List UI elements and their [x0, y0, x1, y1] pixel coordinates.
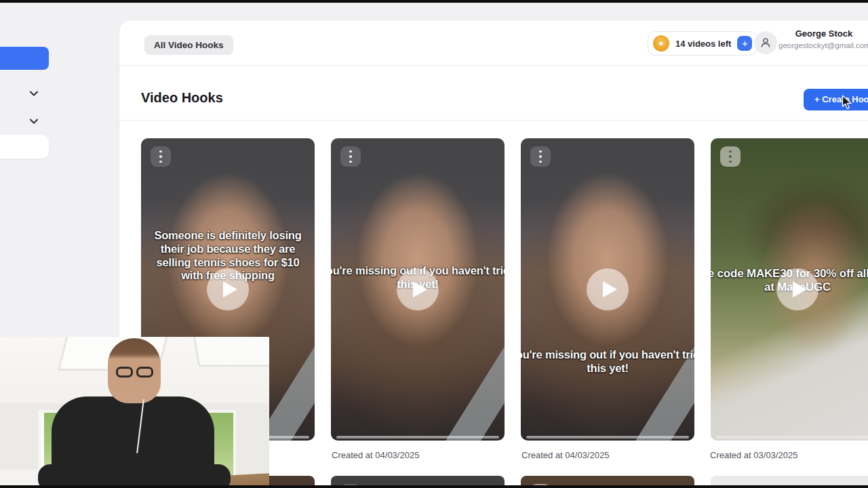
create-hook-button[interactable]: + Create Hook [804, 89, 868, 110]
kebab-menu-button[interactable] [530, 146, 551, 167]
sidebar-item-card[interactable] [0, 135, 49, 159]
kebab-menu-button[interactable] [151, 146, 171, 167]
play-icon [793, 281, 807, 298]
kebab-menu-icon [349, 150, 352, 153]
credits-pill: ★ 14 videos left + [648, 31, 757, 56]
letterbox-top-bar [0, 0, 868, 3]
user-info: George Stock georgestockyt@gmail.com [778, 27, 868, 51]
play-button[interactable] [776, 268, 818, 310]
video-card[interactable]: Use code MAKE30 for 30% off all plans at… [711, 138, 868, 441]
top-header: All Video Hooks ★ 14 videos left + Georg… [119, 20, 868, 66]
kebab-menu-icon [159, 150, 162, 153]
play-button[interactable] [207, 268, 249, 310]
created-at-label: Created at 04/03/2025 [332, 450, 419, 460]
chevron-down-icon[interactable] [29, 118, 39, 125]
created-at-label: Created at 03/03/2025 [710, 450, 797, 460]
play-icon [413, 281, 427, 298]
glasses-icon [113, 367, 156, 378]
created-at-label: Created at 04/03/2025 [521, 450, 609, 460]
video-card[interactable]: You're missing out if you haven't tried … [331, 138, 505, 441]
mouse-cursor [842, 95, 853, 113]
sidebar-primary-button[interactable] [0, 47, 49, 70]
user-name: George Stock [778, 27, 868, 41]
add-credits-button[interactable]: + [737, 36, 752, 51]
divider [119, 120, 868, 121]
play-icon [603, 281, 617, 298]
video-progress-bar [716, 436, 868, 439]
avatar[interactable] [754, 31, 777, 54]
letterbox-bottom-bar [0, 485, 868, 488]
video-card[interactable]: You're missing out if you haven't tried … [521, 138, 694, 441]
kebab-menu-icon [539, 150, 542, 153]
webcam-overlay [0, 337, 269, 488]
skylight [192, 337, 269, 367]
video-caption-overlay: You're missing out if you haven't tried … [521, 348, 694, 375]
kebab-menu-icon [729, 150, 732, 153]
play-button[interactable] [397, 268, 439, 310]
page-title: Video Hooks [141, 90, 223, 106]
video-progress-bar [526, 436, 689, 439]
credits-label: 14 videos left [675, 39, 731, 49]
play-button[interactable] [587, 268, 629, 310]
person-icon [760, 37, 772, 49]
video-progress-bar [336, 436, 499, 439]
coin-icon: ★ [653, 35, 669, 52]
chevron-down-icon[interactable] [29, 90, 39, 97]
webcam-person-arms [38, 464, 231, 488]
filter-chip-all-video-hooks[interactable]: All Video Hooks [144, 35, 233, 55]
kebab-menu-button[interactable] [340, 146, 361, 167]
user-email: georgestockyt@gmail.com [778, 41, 868, 51]
kebab-menu-button[interactable] [720, 146, 741, 167]
play-icon [223, 281, 237, 298]
